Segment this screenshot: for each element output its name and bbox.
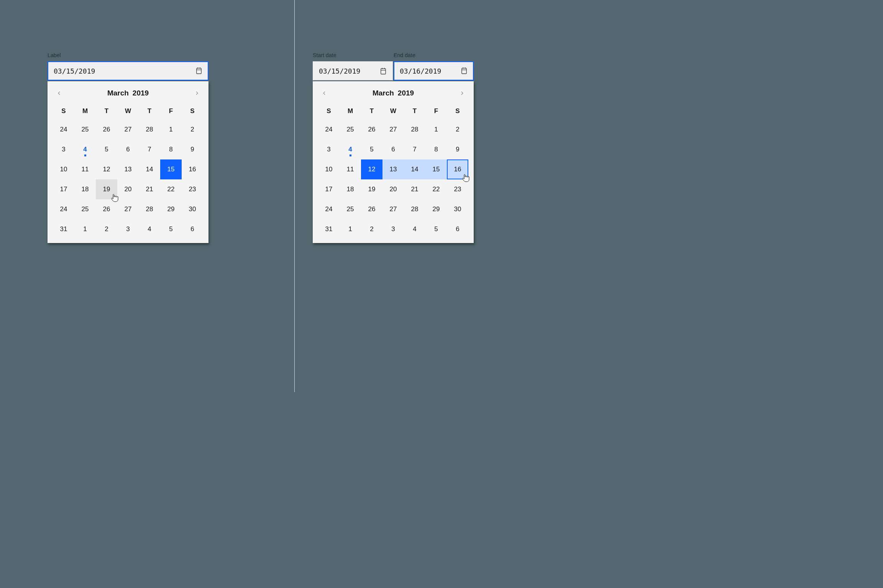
calendar-day[interactable]: 6	[447, 219, 468, 239]
calendar-day[interactable]: 17	[53, 179, 74, 199]
calendar-day[interactable]: 28	[404, 120, 425, 140]
calendar-day[interactable]: 27	[382, 120, 404, 140]
calendar-day[interactable]: 4	[74, 140, 96, 159]
calendar-day[interactable]: 30	[447, 199, 468, 219]
calendar-popover: March 2019 SMTWTFS 242526272812345678910…	[48, 81, 208, 243]
calendar-day[interactable]: 10	[318, 159, 340, 179]
calendar-day[interactable]: 20	[382, 179, 404, 199]
calendar-day[interactable]: 3	[382, 219, 404, 239]
calendar-day[interactable]: 16	[447, 159, 468, 179]
calendar-day[interactable]: 5	[425, 219, 447, 239]
calendar-day[interactable]: 29	[425, 199, 447, 219]
calendar-day[interactable]: 2	[361, 219, 382, 239]
calendar-day[interactable]: 18	[74, 179, 96, 199]
calendar-day[interactable]: 14	[139, 159, 160, 179]
calendar-day[interactable]: 25	[340, 199, 361, 219]
calendar-day[interactable]: 5	[361, 140, 382, 159]
calendar-title: March 2019	[107, 89, 149, 97]
calendar-day[interactable]: 27	[117, 199, 139, 219]
calendar-day[interactable]: 3	[318, 140, 340, 159]
calendar-day[interactable]: 24	[53, 120, 74, 140]
calendar-day[interactable]: 2	[96, 219, 117, 239]
calendar-day[interactable]: 16	[182, 159, 203, 179]
calendar-day[interactable]: 1	[340, 219, 361, 239]
calendar-day[interactable]: 17	[318, 179, 340, 199]
calendar-day[interactable]: 19	[361, 179, 382, 199]
calendar-day[interactable]: 15	[160, 159, 182, 179]
calendar-day[interactable]: 18	[340, 179, 361, 199]
calendar-day[interactable]: 24	[318, 120, 340, 140]
prev-month-button[interactable]	[53, 87, 65, 99]
calendar-day[interactable]: 12	[361, 159, 382, 179]
weekday-header: S	[447, 103, 468, 120]
calendar-header: March 2019	[53, 84, 203, 103]
calendar-icon[interactable]	[380, 68, 387, 75]
calendar-day[interactable]: 26	[96, 120, 117, 140]
calendar-day[interactable]: 19	[96, 179, 117, 199]
calendar-day[interactable]: 25	[340, 120, 361, 140]
calendar-day[interactable]: 22	[425, 179, 447, 199]
calendar-day[interactable]: 9	[447, 140, 468, 159]
calendar-day[interactable]: 3	[53, 140, 74, 159]
calendar-day[interactable]: 26	[361, 199, 382, 219]
calendar-day[interactable]: 2	[182, 120, 203, 140]
calendar-icon[interactable]	[461, 67, 468, 74]
calendar-day[interactable]: 23	[447, 179, 468, 199]
calendar-icon[interactable]	[195, 67, 202, 74]
calendar-day[interactable]: 25	[74, 120, 96, 140]
calendar-day[interactable]: 31	[53, 219, 74, 239]
calendar-day[interactable]: 25	[74, 199, 96, 219]
calendar-day[interactable]: 27	[117, 120, 139, 140]
calendar-day[interactable]: 1	[160, 120, 182, 140]
calendar-day[interactable]: 3	[117, 219, 139, 239]
calendar-day[interactable]: 4	[340, 140, 361, 159]
calendar-day[interactable]: 4	[404, 219, 425, 239]
next-month-button[interactable]	[191, 87, 203, 99]
end-date-input[interactable]: 03/16/2019	[394, 61, 474, 80]
calendar-day[interactable]: 24	[53, 199, 74, 219]
calendar-day[interactable]: 9	[182, 140, 203, 159]
calendar-day[interactable]: 15	[425, 159, 447, 179]
date-input-value: 03/15/2019	[54, 67, 95, 75]
calendar-day[interactable]: 30	[182, 199, 203, 219]
calendar-day[interactable]: 21	[139, 179, 160, 199]
calendar-day[interactable]: 1	[425, 120, 447, 140]
calendar-day[interactable]: 7	[404, 140, 425, 159]
calendar-day[interactable]: 10	[53, 159, 74, 179]
calendar-day[interactable]: 29	[160, 199, 182, 219]
calendar-day[interactable]: 6	[382, 140, 404, 159]
calendar-day[interactable]: 21	[404, 179, 425, 199]
calendar-day[interactable]: 5	[96, 140, 117, 159]
calendar-day[interactable]: 2	[447, 120, 468, 140]
calendar-day[interactable]: 7	[139, 140, 160, 159]
calendar-day[interactable]: 22	[160, 179, 182, 199]
next-month-button[interactable]	[456, 87, 468, 99]
date-input[interactable]: 03/15/2019	[48, 61, 208, 80]
calendar-day[interactable]: 5	[160, 219, 182, 239]
calendar-day[interactable]: 12	[96, 159, 117, 179]
calendar-day[interactable]: 11	[74, 159, 96, 179]
calendar-day[interactable]: 13	[382, 159, 404, 179]
calendar-day[interactable]: 23	[182, 179, 203, 199]
calendar-day[interactable]: 20	[117, 179, 139, 199]
calendar-day[interactable]: 11	[340, 159, 361, 179]
start-date-input[interactable]: 03/15/2019	[313, 61, 393, 80]
calendar-day[interactable]: 8	[160, 140, 182, 159]
calendar-day[interactable]: 14	[404, 159, 425, 179]
calendar-day[interactable]: 24	[318, 199, 340, 219]
calendar-day[interactable]: 6	[117, 140, 139, 159]
weekday-header: M	[340, 103, 361, 120]
calendar-day[interactable]: 31	[318, 219, 340, 239]
calendar-day[interactable]: 28	[139, 120, 160, 140]
calendar-day[interactable]: 28	[404, 199, 425, 219]
calendar-day[interactable]: 26	[361, 120, 382, 140]
prev-month-button[interactable]	[318, 87, 330, 99]
calendar-day[interactable]: 4	[139, 219, 160, 239]
calendar-day[interactable]: 28	[139, 199, 160, 219]
calendar-day[interactable]: 27	[382, 199, 404, 219]
calendar-day[interactable]: 26	[96, 199, 117, 219]
calendar-day[interactable]: 6	[182, 219, 203, 239]
calendar-day[interactable]: 1	[74, 219, 96, 239]
calendar-day[interactable]: 8	[425, 140, 447, 159]
calendar-day[interactable]: 13	[117, 159, 139, 179]
